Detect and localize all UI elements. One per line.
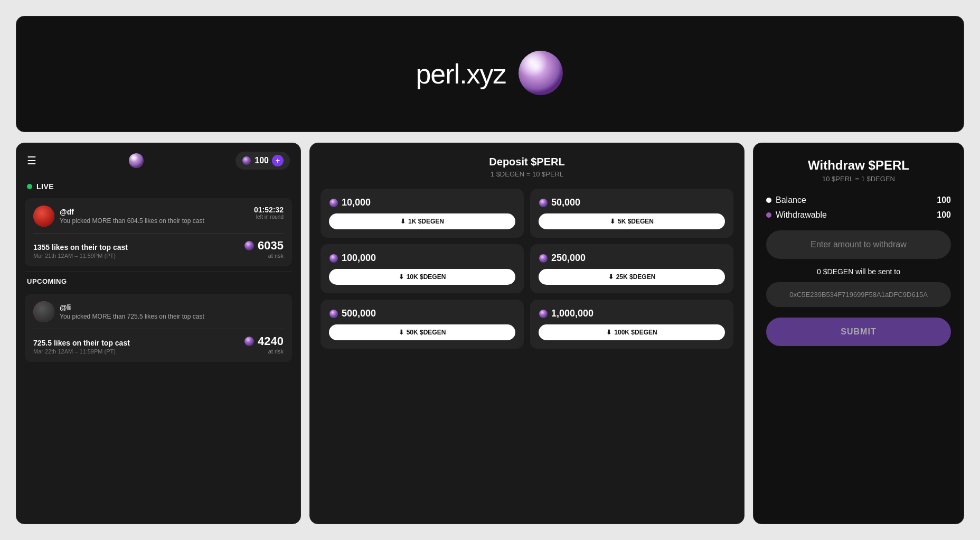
deposit-title: Deposit $PERL — [321, 156, 733, 168]
upcoming-at-risk-box: 4240 at risk — [244, 334, 284, 355]
site-title: perl.xyz — [416, 58, 506, 90]
upcoming-cast-date: Mar 22th 12AM – 11:59PM (PT) — [33, 348, 130, 355]
upcoming-at-risk-amount: 4240 — [244, 334, 284, 348]
upcoming-cast-likes: 725.5 likes on their top cast — [33, 339, 130, 347]
header-banner: perl.xyz — [16, 16, 964, 132]
at-risk-label: at risk — [244, 253, 284, 259]
deposit-btn-4[interactable]: ⬇ 50K $DEGEN — [329, 324, 515, 340]
live-indicator: LIVE — [27, 182, 290, 191]
deposit-card-0[interactable]: 10,000 ⬇ 1K $DEGEN — [321, 189, 524, 238]
cast-info: 1355 likes on their top cast Mar 21th 12… — [33, 243, 128, 259]
pearl-logo-large — [517, 49, 564, 99]
svg-point-4 — [242, 156, 251, 165]
upcoming-card-footer: 725.5 likes on their top cast Mar 22th 1… — [33, 329, 284, 355]
username: @df — [60, 208, 204, 216]
live-section: LIVE — [16, 178, 300, 193]
deposit-btn-5[interactable]: ⬇ 100K $DEGEN — [539, 324, 725, 340]
avatar — [33, 206, 54, 227]
svg-point-5 — [244, 241, 254, 250]
balance-row: Balance 100 — [766, 195, 951, 205]
deposit-btn-1[interactable]: ⬇ 5K $DEGEN — [539, 213, 725, 229]
pearl-nav-logo — [128, 152, 145, 169]
withdrawable-dot — [766, 212, 771, 218]
user-info: @df You picked MORE than 604.5 likes on … — [33, 206, 204, 227]
timer-box: 01:52:32 left in round — [254, 206, 284, 220]
svg-point-12 — [539, 310, 548, 318]
game-feed-panel: ☰ — [16, 143, 301, 524]
upcoming-pearl-icon — [244, 336, 255, 347]
pearl-icon-1 — [539, 198, 548, 208]
withdrawable-label: Withdrawable — [766, 210, 827, 220]
divider — [25, 272, 292, 272]
withdraw-subtitle: 10 $PERL = 1 $DEGEN — [766, 175, 951, 183]
deposit-card-3[interactable]: 250,000 ⬇ 25K $DEGEN — [530, 244, 733, 293]
withdraw-amount-input[interactable] — [766, 230, 951, 259]
pearl-icon-5 — [539, 309, 548, 319]
svg-point-8 — [539, 199, 548, 207]
deposit-amount-0: 10,000 — [329, 197, 371, 208]
pearl-icon-3 — [539, 254, 548, 263]
pearl-icon-4 — [329, 309, 338, 319]
withdraw-panel: Withdraw $PERL 10 $PERL = 1 $DEGEN Balan… — [753, 143, 964, 524]
upcoming-cast-info: 725.5 likes on their top cast Mar 22th 1… — [33, 339, 130, 355]
deposit-panel: Deposit $PERL 1 $DEGEN = 10 $PERL 10,000… — [309, 143, 745, 524]
submit-button[interactable]: SUBMIT — [766, 318, 951, 346]
at-risk-amount: 6035 — [244, 239, 284, 253]
withdraw-input-wrap — [766, 230, 951, 259]
svg-point-7 — [329, 199, 338, 207]
deposit-subtitle: 1 $DEGEN = 10 $PERL — [321, 170, 733, 178]
deposit-btn-2[interactable]: ⬇ 10K $DEGEN — [329, 269, 515, 285]
token-badge: 100 + — [235, 152, 290, 170]
deposit-card-4[interactable]: 500,000 ⬇ 50K $DEGEN — [321, 300, 524, 349]
token-amount: 100 — [255, 156, 269, 165]
upcoming-game-card[interactable]: @li You picked MORE than 725.5 likes on … — [25, 294, 292, 362]
add-token-button[interactable]: + — [272, 155, 284, 166]
svg-point-10 — [539, 254, 548, 263]
send-to-label: 0 $DEGEN will be sent to — [766, 267, 951, 276]
upcoming-username: @li — [60, 303, 204, 312]
deposit-amount-2: 100,000 — [329, 253, 376, 264]
at-risk-pearl-icon — [244, 240, 255, 251]
game-card-header: @df You picked MORE than 604.5 likes on … — [33, 206, 284, 227]
timer: 01:52:32 — [254, 206, 284, 214]
token-icon — [242, 156, 251, 165]
withdrawable-row: Withdrawable 100 — [766, 210, 951, 220]
at-risk-box: 6035 at risk — [244, 239, 284, 259]
balance-value: 100 — [937, 195, 951, 205]
panels-row: ☰ — [16, 143, 964, 524]
svg-point-11 — [329, 310, 338, 318]
svg-point-6 — [244, 337, 254, 346]
pearl-icon-2 — [329, 254, 338, 263]
upcoming-user-info: @li You picked MORE than 725.5 likes on … — [33, 301, 204, 322]
deposit-amount-3: 250,000 — [539, 253, 586, 264]
upcoming-at-risk-label: at risk — [244, 348, 284, 355]
live-game-card[interactable]: @df You picked MORE than 604.5 likes on … — [25, 198, 292, 266]
deposit-card-1[interactable]: 50,000 ⬇ 5K $DEGEN — [530, 189, 733, 238]
live-dot — [27, 184, 32, 189]
balance-label: Balance — [766, 195, 806, 205]
live-label: LIVE — [36, 182, 54, 191]
deposit-grid: 10,000 ⬇ 1K $DEGEN 50,000 ⬇ 5K $DE — [321, 189, 733, 349]
deposit-amount-5: 1,000,000 — [539, 308, 593, 319]
upcoming-card-header: @li You picked MORE than 725.5 likes on … — [33, 301, 284, 322]
upcoming-avatar — [33, 301, 54, 322]
wallet-address: 0xC5E239B534F719699F58A1aDFC9D615A — [766, 282, 951, 307]
balance-dot — [766, 198, 771, 203]
pearl-icon — [329, 198, 338, 208]
game-card-footer: 1355 likes on their top cast Mar 21th 12… — [33, 233, 284, 259]
svg-point-9 — [329, 254, 338, 263]
upcoming-pick-text: You picked MORE than 725.5 likes on thei… — [60, 313, 204, 320]
deposit-btn-3[interactable]: ⬇ 25K $DEGEN — [539, 269, 725, 285]
deposit-card-2[interactable]: 100,000 ⬇ 10K $DEGEN — [321, 244, 524, 293]
deposit-card-5[interactable]: 1,000,000 ⬇ 100K $DEGEN — [530, 300, 733, 349]
deposit-amount-1: 50,000 — [539, 197, 580, 208]
upcoming-label: UPCOMING — [16, 274, 300, 288]
pick-text: You picked MORE than 604.5 likes on thei… — [60, 217, 204, 225]
deposit-btn-0[interactable]: ⬇ 1K $DEGEN — [329, 213, 515, 229]
hamburger-icon[interactable]: ☰ — [27, 154, 36, 167]
withdraw-title: Withdraw $PERL — [766, 158, 951, 173]
upcoming-user-details: @li You picked MORE than 725.5 likes on … — [60, 303, 204, 320]
cast-likes: 1355 likes on their top cast — [33, 243, 128, 252]
withdrawable-value: 100 — [937, 210, 951, 220]
timer-label: left in round — [254, 214, 284, 220]
